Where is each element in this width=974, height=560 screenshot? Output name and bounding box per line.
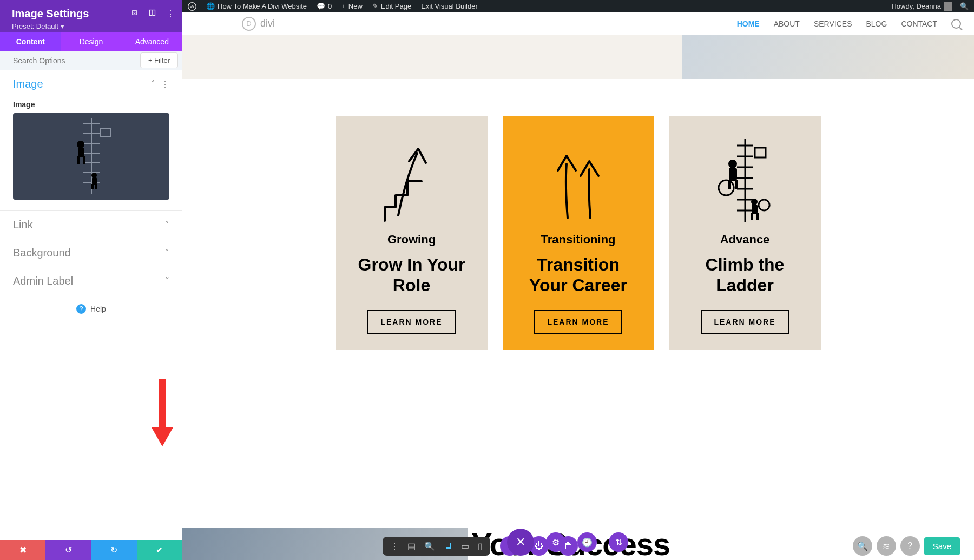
wp-admin-bar: W 🌐 How To Make A Divi Website 💬 0 + New…: [182, 0, 974, 12]
preset-dropdown[interactable]: Preset: Default ▾: [12, 22, 64, 30]
card-title: Transition Your Career: [517, 254, 640, 296]
chevron-down-icon: ˅: [165, 248, 169, 258]
svg-text:W: W: [190, 4, 195, 9]
svg-rect-0: [133, 11, 137, 15]
history-button[interactable]: 🕘: [577, 532, 597, 552]
kebab-icon[interactable]: ⋮: [161, 79, 169, 89]
learn-more-button[interactable]: LEARN MORE: [367, 310, 455, 334]
wireframe-icon[interactable]: ▤: [407, 541, 416, 551]
zoom-icon[interactable]: 🔍: [424, 541, 435, 551]
svg-rect-39: [752, 205, 758, 214]
primary-nav: HOME ABOUT SERVICES BLOG CONTACT: [737, 19, 961, 29]
ladder-climb-icon: [715, 135, 775, 225]
learn-more-button[interactable]: LEARN MORE: [701, 310, 788, 334]
nav-home[interactable]: HOME: [737, 19, 760, 28]
nav-contact[interactable]: CONTACT: [901, 19, 937, 28]
image-preview[interactable]: [13, 113, 169, 200]
site-logo[interactable]: D divi: [242, 17, 275, 31]
svg-rect-12: [101, 128, 110, 137]
nav-about[interactable]: ABOUT: [774, 19, 800, 28]
kebab-icon[interactable]: ⋮: [166, 9, 175, 19]
group-image[interactable]: Image ˄⋮: [0, 70, 182, 98]
svg-rect-18: [92, 177, 97, 185]
sidebar-tabs: Content Design Advanced: [0, 32, 182, 51]
chevron-down-icon: ˅: [165, 220, 169, 230]
chevron-up-icon: ˄: [151, 79, 155, 89]
redo-button[interactable]: ↻: [91, 540, 137, 560]
search-toolbar-icon[interactable]: 🔍: [853, 536, 872, 556]
card-advance: Advance Climb the Ladder LEARN MORE: [669, 116, 821, 350]
tab-design[interactable]: Design: [61, 32, 121, 51]
settings-button[interactable]: ⚙: [546, 532, 565, 552]
desktop-view-icon[interactable]: 🖥: [444, 541, 452, 551]
nav-blog[interactable]: BLOG: [866, 19, 887, 28]
swap-button[interactable]: ⇅: [609, 532, 628, 552]
svg-rect-37: [735, 180, 738, 189]
close-builder-button[interactable]: ✕: [507, 529, 534, 556]
svg-point-13: [77, 141, 84, 148]
svg-rect-35: [729, 168, 737, 181]
cards-row: Growing Grow In Your Role LEARN MORE Tra…: [182, 79, 974, 383]
growth-arrow-icon: [379, 135, 444, 225]
help-icon[interactable]: ?: [900, 536, 920, 556]
group-link[interactable]: Link ˅: [0, 211, 182, 239]
layers-icon[interactable]: ≋: [877, 536, 896, 556]
card-kicker: Advance: [720, 233, 770, 247]
card-title: Grow In Your Role: [350, 254, 473, 296]
chevron-down-icon: ˅: [165, 276, 169, 286]
phone-view-icon[interactable]: ▯: [478, 541, 483, 551]
sidebar-footer: ✖ ↺ ↻ ✔: [0, 540, 182, 560]
group-background[interactable]: Background ˅: [0, 239, 182, 267]
learn-more-button[interactable]: LEARN MORE: [534, 310, 622, 334]
image-field-label: Image: [0, 98, 182, 113]
avatar: [944, 2, 952, 11]
card-growing: Growing Grow In Your Role LEARN MORE: [336, 116, 488, 350]
site-header: D divi HOME ABOUT SERVICES BLOG CONTACT: [182, 12, 974, 35]
svg-rect-40: [751, 213, 753, 220]
sidebar-header: Image Settings Preset: Default ▾ ⋮: [0, 0, 182, 32]
svg-point-38: [751, 199, 758, 205]
svg-rect-33: [755, 148, 766, 157]
kebab-icon[interactable]: ⋮: [390, 541, 399, 551]
card-transitioning: Transitioning Transition Your Career LEA…: [503, 116, 654, 350]
search-icon[interactable]: 🔍: [960, 2, 969, 10]
site-name-link[interactable]: 🌐 How To Make A Divi Website: [206, 2, 307, 10]
new-link[interactable]: + New: [341, 2, 363, 10]
chevron-down-icon: ▾: [61, 22, 64, 30]
hero-image: [682, 35, 974, 79]
builder-toolbar-right: 🔍 ≋ ? Save: [853, 536, 960, 556]
howdy-link[interactable]: Howdy, Deanna: [891, 2, 952, 11]
svg-rect-2: [150, 10, 152, 16]
svg-rect-16: [83, 156, 85, 164]
undo-button[interactable]: ↺: [45, 540, 91, 560]
save-button[interactable]: Save: [924, 537, 960, 555]
svg-rect-20: [95, 184, 97, 189]
svg-rect-41: [756, 213, 759, 220]
page-canvas: W 🌐 How To Make A Divi Website 💬 0 + New…: [182, 0, 974, 560]
search-icon[interactable]: [951, 19, 961, 29]
card-kicker: Transitioning: [541, 233, 615, 247]
responsive-icon[interactable]: [130, 9, 139, 19]
nav-services[interactable]: SERVICES: [814, 19, 852, 28]
edit-page-link[interactable]: ✎ Edit Page: [372, 2, 411, 10]
comments-link[interactable]: 💬 0: [317, 2, 332, 10]
help-link[interactable]: ? Help: [0, 295, 182, 322]
tab-content[interactable]: Content: [0, 32, 61, 51]
confirm-button[interactable]: ✔: [137, 540, 182, 560]
tab-advanced[interactable]: Advanced: [122, 32, 182, 51]
svg-rect-19: [91, 184, 94, 189]
svg-rect-36: [728, 180, 731, 189]
svg-rect-3: [153, 10, 155, 16]
tablet-view-icon[interactable]: ▭: [461, 541, 469, 551]
filter-button[interactable]: + Filter: [140, 52, 178, 68]
cancel-button[interactable]: ✖: [0, 540, 45, 560]
exit-visual-builder[interactable]: Exit Visual Builder: [421, 2, 478, 10]
wp-logo[interactable]: W: [188, 2, 196, 11]
settings-sidebar: Image Settings Preset: Default ▾ ⋮ Conte…: [0, 0, 182, 560]
drag-icon[interactable]: [148, 9, 156, 19]
search-input[interactable]: [0, 56, 140, 65]
svg-point-17: [91, 173, 97, 178]
group-admin-label[interactable]: Admin Label ˅: [0, 267, 182, 295]
logo-icon: D: [242, 17, 256, 31]
svg-rect-14: [78, 148, 84, 157]
